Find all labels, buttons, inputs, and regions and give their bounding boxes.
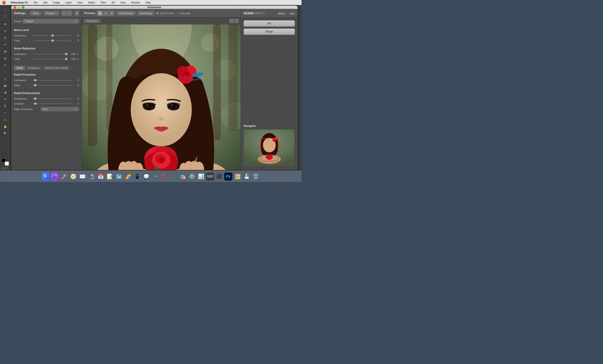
dock-photos[interactable]: 🌈 [124, 172, 132, 181]
dock-calendar[interactable]: 📅 [96, 172, 105, 181]
dock-trash[interactable]: 🗑️ [252, 172, 260, 181]
dock-activity[interactable]: 📊 [197, 172, 205, 181]
tab-tonal[interactable]: Tonal & Color Range [42, 65, 70, 70]
reduction-luminance-label: Luminance [14, 53, 31, 55]
tool-eraser[interactable]: ◻ [2, 75, 9, 82]
dock-finder[interactable]: 🔍 [42, 172, 50, 181]
ps-right-collapse[interactable]: ‹‹ [299, 6, 301, 7]
window-close[interactable] [13, 6, 16, 9]
menu-layer[interactable]: Layer [64, 1, 73, 4]
window-title: Noiseware [148, 6, 161, 9]
view-split-h-button[interactable]: ⊟ [103, 11, 109, 16]
tool-zoom[interactable]: 🔍 [2, 130, 9, 137]
tab-frequency[interactable]: Frequency [25, 65, 42, 70]
dock-messages[interactable]: 💬 [142, 172, 150, 181]
window-minimize[interactable] [18, 6, 20, 9]
reset-button[interactable]: Reset [244, 28, 295, 35]
view-single-button[interactable]: ▣ [97, 11, 103, 16]
noise-color-slider[interactable] [32, 39, 71, 42]
tool-more[interactable]: ··· [2, 138, 9, 145]
dock-siri[interactable]: 🎤 [51, 172, 59, 181]
preset-select[interactable]: Default ▼ [23, 19, 79, 23]
dock-maps[interactable]: 🗺️ [115, 172, 123, 181]
tool-type[interactable]: T [2, 103, 9, 110]
tool-shape[interactable]: ▭ [2, 116, 9, 123]
color-swatch[interactable] [2, 158, 9, 165]
dock-preferences[interactable]: ⚙️ [188, 172, 196, 181]
dock-preview[interactable]: 🖼️ [233, 172, 242, 181]
tool-select-rect[interactable]: ⬚ [2, 13, 9, 20]
bracketing-button[interactable]: Bracketing [137, 11, 154, 15]
sharpening-slider[interactable] [32, 97, 71, 100]
accurate-option[interactable]: Accurate [177, 12, 190, 15]
reduction-color-slider[interactable] [32, 57, 68, 61]
view-split-v-button[interactable]: ⊞ [109, 11, 115, 16]
dock-appstore[interactable]: 🛍️ [179, 172, 187, 181]
dock-facetime2[interactable]: 📹 [151, 172, 159, 181]
window-maximize[interactable] [22, 6, 24, 9]
undo-button[interactable]: ↩ [62, 11, 67, 16]
tool-gradient[interactable]: ▦ [2, 82, 9, 89]
dock-notes[interactable]: 📓 [87, 172, 95, 181]
apple-menu[interactable]: 🍎 [2, 1, 6, 4]
tool-clone[interactable]: ⤴ [2, 68, 9, 75]
navigator-section: Navigator [241, 122, 298, 170]
menu-filter[interactable]: Filter [99, 1, 107, 4]
tool-lasso[interactable]: ⊙ [2, 34, 9, 41]
redo-button[interactable]: ↪ [67, 11, 72, 16]
menu-type[interactable]: Type [76, 1, 84, 4]
tool-move[interactable]: ✛ [2, 21, 9, 28]
about-link[interactable]: About [278, 12, 285, 15]
tool-hand[interactable]: ✋ [2, 123, 9, 130]
menu-3d[interactable]: 3D [110, 1, 116, 4]
dock-finder2[interactable]: 💾 [243, 172, 251, 181]
save-button[interactable]: Save [30, 11, 41, 15]
dp-color-slider[interactable] [32, 84, 71, 87]
edge-smoothing-select[interactable]: Auto ▼ [41, 107, 79, 111]
tool-home[interactable]: ⌂ [2, 6, 9, 13]
navigator-image [244, 129, 295, 166]
menu-file[interactable]: File [32, 1, 39, 4]
more-options-button[interactable]: ▼ [75, 11, 79, 16]
edge-smoothing-value: Auto [42, 108, 48, 110]
prev-preview-button[interactable]: ‹ [229, 19, 234, 23]
dock-donotdisturb[interactable]: 🚫 [160, 172, 169, 181]
tab-detail[interactable]: Detail [14, 65, 25, 70]
tool-marquee[interactable]: ⊡ [2, 28, 9, 34]
dock-facetime[interactable]: 📱 [133, 172, 141, 181]
noise-luminance-slider[interactable] [32, 34, 71, 37]
tool-path-select[interactable]: ↖ [2, 110, 9, 116]
menu-help[interactable]: Help [144, 1, 152, 4]
dock-music[interactable]: 🎵 [169, 172, 178, 181]
dock-photoshop[interactable]: Ps [224, 172, 232, 181]
menu-window[interactable]: Window [130, 1, 141, 4]
fast-preview-option[interactable]: Fast Preview [156, 12, 174, 15]
menu-view[interactable]: View [119, 1, 127, 4]
reduction-luminance-slider[interactable] [32, 52, 68, 55]
app-name[interactable]: Photoshop CC [9, 1, 29, 4]
presets-dropdown[interactable]: Presets ▼ [44, 11, 59, 15]
menu-image[interactable]: Image [52, 1, 61, 4]
noise-reduction-color-row: Color 100 % [14, 57, 79, 61]
dp-luminance-slider[interactable] [32, 78, 71, 82]
tool-pen[interactable]: ✒ [2, 96, 9, 103]
dock-safari[interactable]: 🧭 [69, 172, 77, 181]
tool-crop[interactable]: ✂ [2, 41, 9, 48]
dock-terminal[interactable]: ⬛ [215, 172, 223, 181]
contrast-slider[interactable] [32, 102, 71, 105]
tool-dodge[interactable]: ◑ [2, 89, 9, 96]
preview-tab-1[interactable]: Preview 1 [84, 19, 101, 23]
dock-stickies[interactable]: 📝 [105, 172, 114, 181]
menu-edit[interactable]: Edit [42, 1, 49, 4]
next-preview-button[interactable]: › [234, 19, 239, 23]
dock-launchpad[interactable]: 🚀 [60, 172, 68, 181]
add-preview-button[interactable]: Add Preview [116, 11, 136, 15]
help-link[interactable]: Help [290, 12, 295, 15]
menu-select[interactable]: Select [87, 1, 96, 4]
tool-brush[interactable]: ✎ [2, 62, 9, 68]
tool-heal[interactable]: ⊘ [2, 55, 9, 62]
ok-button[interactable]: OK [244, 20, 295, 27]
dock-mail[interactable]: ✉️ [78, 172, 86, 181]
dock-noiseware[interactable]: NW [206, 172, 214, 181]
tool-eyedropper[interactable]: ⊕ [2, 48, 9, 55]
